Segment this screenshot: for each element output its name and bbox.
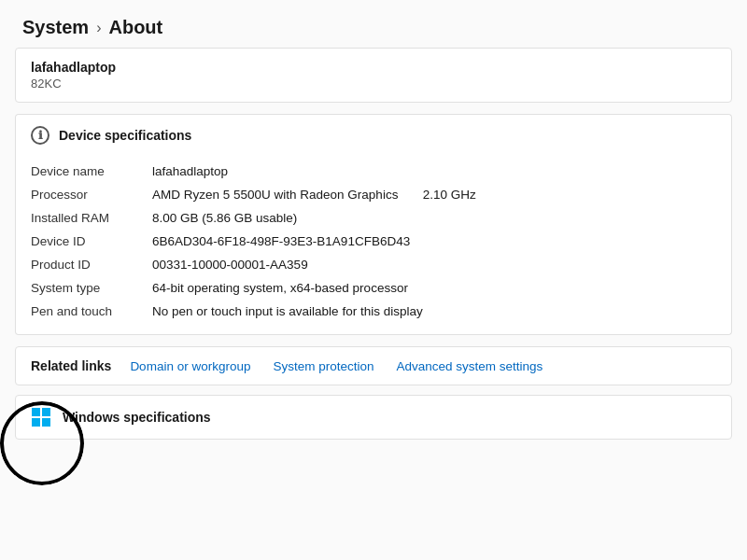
windows-specs-section[interactable]: Windows specifications xyxy=(15,395,732,440)
related-links-section: Related links Domain or workgroup System… xyxy=(15,346,732,385)
spec-label-system-type: System type xyxy=(31,281,152,295)
device-model: 82KC xyxy=(31,77,716,91)
domain-workgroup-link[interactable]: Domain or workgroup xyxy=(130,359,250,373)
device-name-main: lafahadlaptop xyxy=(31,60,716,75)
svg-rect-2 xyxy=(32,418,40,427)
spec-row-system-type: System type 64-bit operating system, x64… xyxy=(31,276,716,300)
svg-rect-1 xyxy=(42,408,50,416)
spec-label-ram: Installed RAM xyxy=(31,211,152,225)
info-icon: ℹ xyxy=(31,126,49,145)
system-protection-link[interactable]: System protection xyxy=(273,359,374,373)
spec-label-product-id: Product ID xyxy=(31,258,152,272)
spec-row-ram: Installed RAM 8.00 GB (5.86 GB usable) xyxy=(31,206,716,230)
spec-row-device-id: Device ID 6B6AD304-6F18-498F-93E3-B1A91C… xyxy=(31,230,716,253)
svg-rect-0 xyxy=(32,408,40,416)
specs-card: Device name lafahadlaptop Processor AMD … xyxy=(15,156,732,335)
spec-label-pen-touch: Pen and touch xyxy=(31,304,152,318)
advanced-system-settings-link[interactable]: Advanced system settings xyxy=(396,359,543,373)
breadcrumb: System › About xyxy=(0,0,747,48)
spec-value-device-id: 6B6AD304-6F18-498F-93E3-B1A91CFB6D43 xyxy=(152,234,716,248)
spec-value-device-name: lafahadlaptop xyxy=(152,164,716,178)
windows-specs-label: Windows specifications xyxy=(63,410,211,425)
spec-value-processor: AMD Ryzen 5 5500U with Radeon Graphics 2… xyxy=(152,188,716,202)
breadcrumb-chevron-icon: › xyxy=(96,20,101,36)
spec-label-device-id: Device ID xyxy=(31,234,152,248)
spec-label-device-name: Device name xyxy=(31,164,152,178)
device-specs-header: ℹ Device specifications xyxy=(15,114,732,156)
breadcrumb-system[interactable]: System xyxy=(22,17,89,38)
device-header-card: lafahadlaptop 82KC xyxy=(15,48,732,103)
device-specs-title: Device specifications xyxy=(59,128,191,143)
breadcrumb-about[interactable]: About xyxy=(108,17,162,38)
spec-value-pen-touch: No pen or touch input is available for t… xyxy=(152,304,716,318)
spec-label-processor: Processor xyxy=(31,188,152,202)
related-links-label: Related links xyxy=(31,358,111,373)
spec-row-product-id: Product ID 00331-10000-00001-AA359 xyxy=(31,253,716,276)
spec-row-device-name: Device name lafahadlaptop xyxy=(31,160,716,183)
spec-value-product-id: 00331-10000-00001-AA359 xyxy=(152,258,716,272)
svg-rect-3 xyxy=(42,418,50,427)
spec-row-pen-touch: Pen and touch No pen or touch input is a… xyxy=(31,300,716,323)
spec-row-processor: Processor AMD Ryzen 5 5500U with Radeon … xyxy=(31,183,716,206)
spec-value-ram: 8.00 GB (5.86 GB usable) xyxy=(152,211,716,225)
spec-value-system-type: 64-bit operating system, x64-based proce… xyxy=(152,281,716,295)
windows-logo-icon xyxy=(31,407,51,427)
